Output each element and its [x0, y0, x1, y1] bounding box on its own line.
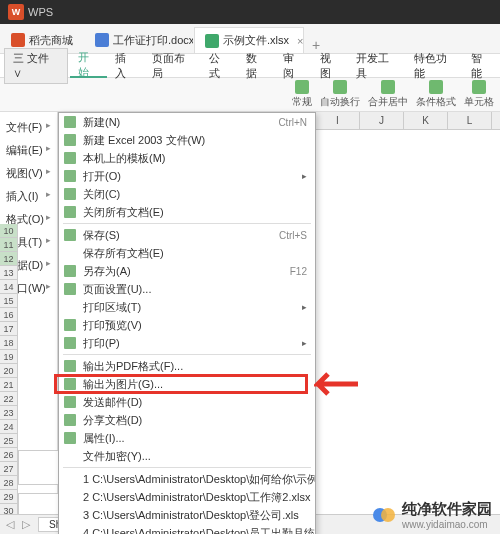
menu-item-icon	[64, 116, 76, 128]
document-tab[interactable]: 工作证打印.docx	[84, 27, 194, 53]
menu-item[interactable]: 输出为PDF格式(F)...	[59, 357, 315, 375]
menu-item[interactable]: 打开(O)▸	[59, 167, 315, 185]
menu-item-icon	[64, 378, 76, 390]
toolbar-item[interactable]: 自动换行	[320, 80, 360, 109]
row-number[interactable]: 25	[0, 434, 18, 448]
toolbar-item[interactable]: 合并居中	[368, 80, 408, 109]
ribbon-tab[interactable]: 插入	[107, 54, 144, 78]
row-number[interactable]: 24	[0, 420, 18, 434]
menu-shortcut: Ctrl+N	[278, 117, 307, 128]
menu-item-icon	[64, 134, 76, 146]
menu-item[interactable]: 发送邮件(D)	[59, 393, 315, 411]
column-header[interactable]: I	[316, 112, 360, 129]
classic-menu-item[interactable]: 文件(F)▸	[0, 116, 57, 139]
row-number[interactable]: 26	[0, 448, 18, 462]
toolbar-item[interactable]: 单元格	[464, 80, 494, 109]
menu-item[interactable]: 关闭所有文档(E)	[59, 203, 315, 221]
row-number[interactable]: 15	[0, 294, 18, 308]
chevron-right-icon: ▸	[46, 189, 51, 204]
row-number[interactable]: 13	[0, 266, 18, 280]
menu-item-icon	[64, 319, 76, 331]
menu-item[interactable]: 打印(P)▸	[59, 334, 315, 352]
ribbon-tab[interactable]: 页面布局	[144, 54, 201, 78]
menu-item[interactable]: 4 C:\Users\Administrator\Desktop\员工出勤月统计…	[59, 524, 315, 534]
menu-item-icon	[64, 432, 76, 444]
row-number[interactable]: 19	[0, 350, 18, 364]
menu-item-label: 本机上的模板(M)	[83, 151, 166, 166]
sheet-nav-next-icon[interactable]: ▷	[22, 518, 30, 531]
menu-item[interactable]: 打印区域(T)▸	[59, 298, 315, 316]
row-number[interactable]: 27	[0, 462, 18, 476]
classic-menu-item[interactable]: 插入(I)▸	[0, 185, 57, 208]
row-number[interactable]: 12	[0, 252, 18, 266]
formatting-toolbar: 常规自动换行合并居中条件格式单元格	[0, 78, 500, 112]
menu-item-label: 发送邮件(D)	[83, 395, 142, 410]
row-number[interactable]: 18	[0, 336, 18, 350]
document-tab[interactable]: 示例文件.xlsx×	[194, 27, 304, 53]
toolbar-item[interactable]: 常规	[292, 80, 312, 109]
column-header[interactable]: K	[404, 112, 448, 129]
menu-item[interactable]: 保存所有文档(E)	[59, 244, 315, 262]
classic-menu-item[interactable]: 编辑(E)▸	[0, 139, 57, 162]
row-number[interactable]: 17	[0, 322, 18, 336]
menu-item[interactable]: 本机上的模板(M)	[59, 149, 315, 167]
file-menu-button[interactable]: 三 文件 ∨	[4, 48, 68, 84]
brand-label: WPS	[28, 6, 53, 18]
ribbon-tab[interactable]: 数据	[238, 54, 275, 78]
ribbon-tab[interactable]: 开发工具	[348, 54, 405, 78]
menu-item[interactable]: 2 C:\Users\Administrator\Desktop\工作簿2.xl…	[59, 488, 315, 506]
ribbon-tab[interactable]: 开始	[70, 54, 107, 78]
row-number[interactable]: 16	[0, 308, 18, 322]
chevron-right-icon: ▸	[46, 120, 51, 135]
submenu-arrow-icon: ▸	[302, 338, 307, 348]
ribbon-tab[interactable]: 特色功能	[406, 54, 463, 78]
row-number[interactable]: 10	[0, 224, 18, 238]
row-number[interactable]: 14	[0, 280, 18, 294]
menu-item[interactable]: 3 C:\Users\Administrator\Desktop\登公司.xls	[59, 506, 315, 524]
row-number[interactable]: 11	[0, 238, 18, 252]
classic-menu-label: 文件(F)	[6, 120, 42, 135]
menu-item-label: 打印区域(T)	[83, 300, 141, 315]
ribbon-tab[interactable]: 审阅	[275, 54, 312, 78]
toolbar-label: 自动换行	[320, 95, 360, 109]
ribbon-tab[interactable]: 公式	[201, 54, 238, 78]
spreadsheet-area: IJKL	[316, 112, 500, 514]
document-tab-label: 示例文件.xlsx	[223, 33, 289, 48]
menu-item-label: 3 C:\Users\Administrator\Desktop\登公司.xls	[83, 508, 299, 523]
highlight-arrow-icon	[314, 370, 360, 398]
close-icon[interactable]: ×	[297, 35, 303, 47]
column-header[interactable]: J	[360, 112, 404, 129]
menu-item[interactable]: 属性(I)...	[59, 429, 315, 447]
row-number[interactable]: 20	[0, 364, 18, 378]
menu-item[interactable]: 关闭(C)	[59, 185, 315, 203]
ribbon-tab[interactable]: 智能	[463, 54, 500, 78]
chevron-right-icon: ▸	[46, 281, 51, 296]
row-number[interactable]: 29	[0, 490, 18, 504]
menu-item-icon	[64, 337, 76, 349]
menu-item[interactable]: 新建 Excel 2003 文件(W)	[59, 131, 315, 149]
menu-item[interactable]: 新建(N)Ctrl+N	[59, 113, 315, 131]
menu-item[interactable]: 页面设置(U)...	[59, 280, 315, 298]
row-number[interactable]: 28	[0, 476, 18, 490]
menu-item-label: 新建(N)	[83, 115, 120, 130]
watermark-logo-icon	[372, 503, 396, 527]
menu-item-icon	[64, 265, 76, 277]
toolbar-item[interactable]: 条件格式	[416, 80, 456, 109]
menu-item[interactable]: 保存(S)Ctrl+S	[59, 226, 315, 244]
menu-item-icon	[64, 283, 76, 295]
row-number[interactable]: 23	[0, 406, 18, 420]
menu-item[interactable]: 输出为图片(G)...	[59, 375, 315, 393]
menu-item[interactable]: 分享文档(D)	[59, 411, 315, 429]
menu-item[interactable]: 打印预览(V)	[59, 316, 315, 334]
ribbon-tab[interactable]: 视图	[312, 54, 349, 78]
menu-item-icon	[64, 229, 76, 241]
row-number[interactable]: 22	[0, 392, 18, 406]
column-header[interactable]: L	[448, 112, 492, 129]
menu-item[interactable]: 1 C:\Users\Administrator\Desktop\如何给你\示例…	[59, 470, 315, 488]
menu-item[interactable]: 文件加密(Y)...	[59, 447, 315, 465]
toolbar-label: 常规	[292, 95, 312, 109]
menu-item[interactable]: 另存为(A)F12	[59, 262, 315, 280]
sheet-nav-prev-icon[interactable]: ◁	[6, 518, 14, 531]
row-number[interactable]: 21	[0, 378, 18, 392]
classic-menu-item[interactable]: 视图(V)▸	[0, 162, 57, 185]
